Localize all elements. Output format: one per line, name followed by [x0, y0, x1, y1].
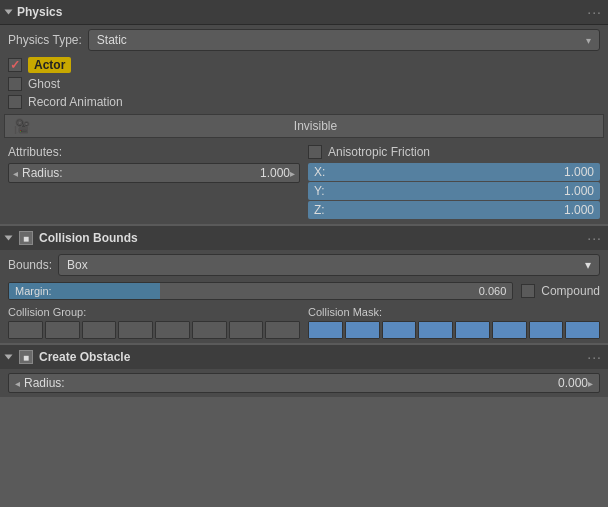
actor-checkbox[interactable]: ✓	[8, 58, 22, 72]
physics-header-left: Physics	[6, 5, 62, 19]
mask-btn-7[interactable]	[529, 321, 564, 339]
anisotropic-z-value: 1.000	[334, 203, 594, 217]
invisible-bar[interactable]: 🎥 Invisible	[4, 114, 604, 138]
actor-label: Actor	[28, 57, 71, 73]
obstacle-dots-icon[interactable]: ···	[587, 349, 602, 365]
physics-type-value: Static	[97, 33, 127, 47]
margin-value: 0.060	[52, 285, 507, 297]
margin-text: Margin: 0.060	[9, 283, 512, 299]
actor-row: ✓ Actor	[0, 55, 608, 75]
bounds-dropdown[interactable]: Box ▾	[58, 254, 600, 276]
group-btn-3[interactable]	[82, 321, 117, 339]
anisotropic-y-label: Y:	[314, 184, 334, 198]
obstacle-radius-value: 0.000	[558, 376, 588, 390]
record-animation-label: Record Animation	[28, 95, 123, 109]
physics-dots-icon[interactable]: ···	[587, 4, 602, 20]
create-obstacle-section: ■ Create Obstacle ··· ◂ Radius: 0.000 ▸	[0, 345, 608, 397]
obstacle-check-icon: ■	[23, 352, 29, 363]
collision-group-label: Collision Group:	[8, 306, 300, 318]
collision-bounds-title: Collision Bounds	[39, 231, 138, 245]
create-obstacle-title: Create Obstacle	[39, 350, 130, 364]
ghost-checkbox[interactable]	[8, 77, 22, 91]
obstacle-radius-input[interactable]: ◂ Radius: 0.000 ▸	[8, 373, 600, 393]
collision-group-buttons	[8, 321, 300, 339]
anisotropic-z-label: Z:	[314, 203, 334, 217]
actor-check-icon: ✓	[10, 58, 20, 72]
collision-group-section: Collision Group:	[8, 306, 300, 339]
create-obstacle-checkbox[interactable]: ■	[19, 350, 33, 364]
group-btn-2[interactable]	[45, 321, 80, 339]
collision-bounds-checkbox[interactable]: ■	[19, 231, 33, 245]
margin-slider[interactable]: Margin: 0.060	[8, 282, 513, 300]
mask-btn-8[interactable]	[565, 321, 600, 339]
anisotropic-right: Anisotropic Friction X: 1.000 Y: 1.000 Z…	[308, 145, 600, 220]
invisible-label: Invisible	[36, 119, 595, 133]
radius-value: 1.000	[260, 166, 290, 180]
physics-section: Physics ··· Physics Type: Static ▾ ✓ Act…	[0, 0, 608, 224]
collision-bounds-header: ■ Collision Bounds ···	[0, 226, 608, 250]
physics-type-label: Physics Type:	[8, 33, 82, 47]
radius-row: ◂ Radius: 1.000 ▸	[8, 163, 300, 183]
create-obstacle-header: ■ Create Obstacle ···	[0, 345, 608, 369]
mask-btn-5[interactable]	[455, 321, 490, 339]
dropdown-arrow-icon: ▾	[586, 35, 591, 46]
bounds-value: Box	[67, 258, 88, 272]
collision-bounds-header-left: ■ Collision Bounds	[6, 231, 138, 245]
ghost-label: Ghost	[28, 77, 60, 91]
collision-mask-section: Collision Mask:	[308, 306, 600, 339]
group-btn-7[interactable]	[229, 321, 264, 339]
mask-btn-4[interactable]	[418, 321, 453, 339]
collision-dots-icon[interactable]: ···	[587, 230, 602, 246]
mask-btn-3[interactable]	[382, 321, 417, 339]
group-btn-1[interactable]	[8, 321, 43, 339]
physics-type-row: Physics Type: Static ▾	[0, 25, 608, 55]
physics-type-dropdown[interactable]: Static ▾	[88, 29, 600, 51]
anisotropic-header: Anisotropic Friction	[308, 145, 600, 159]
anisotropic-y-row: Y: 1.000	[308, 182, 600, 200]
obstacle-radius-arrow-right-icon[interactable]: ▸	[588, 378, 593, 389]
anisotropic-label: Anisotropic Friction	[328, 145, 430, 159]
physics-section-header: Physics ···	[0, 0, 608, 25]
group-btn-8[interactable]	[265, 321, 300, 339]
collision-check-icon: ■	[23, 233, 29, 244]
anisotropic-x-value: 1.000	[334, 165, 594, 179]
anisotropic-x-row: X: 1.000	[308, 163, 600, 181]
radius-arrow-right-icon[interactable]: ▸	[290, 168, 295, 179]
radius-label: Radius:	[18, 166, 260, 180]
anisotropic-x-label: X:	[314, 165, 334, 179]
ghost-row: Ghost	[0, 75, 608, 93]
compound-checkbox[interactable]	[521, 284, 535, 298]
group-btn-6[interactable]	[192, 321, 227, 339]
bounds-label: Bounds:	[8, 258, 52, 272]
obstacle-radius-row: ◂ Radius: 0.000 ▸	[0, 369, 608, 397]
anisotropic-z-row: Z: 1.000	[308, 201, 600, 219]
collision-triangle-icon[interactable]	[5, 236, 13, 241]
mask-btn-2[interactable]	[345, 321, 380, 339]
radius-input[interactable]: ◂ Radius: 1.000 ▸	[8, 163, 300, 183]
margin-compound-row: Margin: 0.060 Compound	[0, 280, 608, 302]
mask-btn-6[interactable]	[492, 321, 527, 339]
group-btn-5[interactable]	[155, 321, 190, 339]
bounds-row: Bounds: Box ▾	[0, 250, 608, 280]
obstacle-triangle-icon[interactable]	[5, 355, 13, 360]
create-obstacle-header-left: ■ Create Obstacle	[6, 350, 130, 364]
record-animation-row: Record Animation	[0, 93, 608, 111]
collision-bounds-section: ■ Collision Bounds ··· Bounds: Box ▾ Mar…	[0, 226, 608, 343]
obstacle-radius-label: Radius:	[20, 376, 558, 390]
mask-btn-1[interactable]	[308, 321, 343, 339]
attributes-label: Attributes:	[8, 145, 300, 159]
attributes-left: Attributes: ◂ Radius: 1.000 ▸	[8, 145, 300, 220]
physics-title: Physics	[17, 5, 62, 19]
physics-triangle-icon[interactable]	[5, 10, 13, 15]
anisotropic-y-value: 1.000	[334, 184, 594, 198]
anisotropic-checkbox[interactable]	[308, 145, 322, 159]
collision-groups-row: Collision Group: Collision Mask:	[0, 302, 608, 343]
group-btn-4[interactable]	[118, 321, 153, 339]
compound-section: Compound	[521, 284, 600, 298]
collision-mask-label: Collision Mask:	[308, 306, 600, 318]
compound-label: Compound	[541, 284, 600, 298]
collision-mask-buttons	[308, 321, 600, 339]
camera-icon: 🎥	[13, 118, 30, 134]
margin-label: Margin:	[15, 285, 52, 297]
record-animation-checkbox[interactable]	[8, 95, 22, 109]
